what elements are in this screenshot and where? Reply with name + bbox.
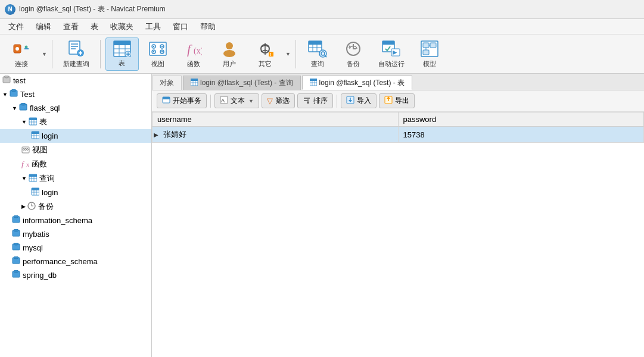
- sidebar-item-mybatis[interactable]: mybatis: [0, 227, 151, 241]
- view-folder-icon: [21, 145, 30, 155]
- begin-tx-button[interactable]: 开始事务: [157, 93, 207, 108]
- tab-query[interactable]: login @flask_sql (Test) - 查询: [183, 76, 301, 90]
- sidebar-item-backup[interactable]: ▶ 备份: [0, 199, 151, 214]
- svg-text:f: f: [187, 42, 192, 57]
- sidebar-label-mybatis: mybatis: [23, 230, 49, 239]
- cell-password[interactable]: 15738: [398, 127, 644, 143]
- menu-file[interactable]: 文件: [2, 20, 30, 33]
- table-button[interactable]: 表: [105, 37, 139, 71]
- sort-button[interactable]: 排序: [297, 93, 333, 108]
- content-area: 对象 login @flask_sql (Test) - 查询: [152, 74, 644, 357]
- svg-point-28: [161, 51, 163, 52]
- sidebar-label-biao: 表: [39, 117, 47, 127]
- sidebar: test ▼ Test ▼ flask_sql: [0, 74, 152, 357]
- tab-query-label: login @flask_sql (Test) - 查询: [200, 78, 293, 88]
- export-button[interactable]: 导出: [379, 93, 415, 108]
- menu-tools[interactable]: 工具: [139, 20, 167, 33]
- svg-point-66: [21, 103, 26, 105]
- query-button[interactable]: 查询: [301, 37, 334, 71]
- menu-help[interactable]: 帮助: [194, 20, 222, 33]
- sidebar-item-flask_sql[interactable]: ▼ flask_sql: [0, 101, 151, 115]
- connect-icon: [12, 40, 31, 58]
- sidebar-item-spring_db[interactable]: spring_db: [0, 268, 151, 282]
- sidebar-item-mysql[interactable]: mysql: [0, 241, 151, 255]
- view-label: 视图: [151, 60, 164, 68]
- query-expand-icon: ▼: [21, 176, 27, 181]
- tab-query-icon: [191, 79, 198, 87]
- sort-label: 排序: [313, 96, 328, 106]
- col-header-username[interactable]: username: [153, 112, 399, 127]
- import-button[interactable]: 导入: [341, 93, 377, 108]
- biao-expand-icon: ▼: [21, 119, 27, 125]
- other-button[interactable]: ! 其它: [248, 37, 282, 71]
- text-label: 文本: [231, 96, 245, 106]
- svg-point-97: [14, 243, 18, 245]
- svg-rect-87: [32, 188, 39, 190]
- backup-button[interactable]: 备份: [337, 37, 370, 71]
- svg-rect-58: [423, 50, 429, 55]
- svg-marker-119: [307, 102, 309, 104]
- sidebar-label-login-table: login: [42, 131, 58, 140]
- model-button[interactable]: 模型: [413, 37, 446, 71]
- sidebar-label-performance_schema: performance_schema: [23, 257, 98, 266]
- table-content: username password ▶ 张婧好 15738: [152, 112, 644, 357]
- sidebar-item-func[interactable]: f x 函数: [0, 157, 151, 171]
- table-row[interactable]: ▶ 张婧好 15738: [153, 127, 644, 143]
- sidebar-item-test[interactable]: test: [0, 74, 151, 87]
- new-query-label: 新建查询: [63, 60, 89, 68]
- sidebar-item-information_schema[interactable]: information_schema: [0, 214, 151, 227]
- col-header-password[interactable]: password: [398, 112, 644, 127]
- svg-rect-73: [32, 131, 39, 134]
- sidebar-item-view[interactable]: 视图: [0, 143, 151, 157]
- tab-object[interactable]: 对象: [152, 76, 182, 90]
- user-button[interactable]: 用户: [213, 37, 246, 71]
- menu-table[interactable]: 表: [85, 20, 104, 33]
- svg-rect-68: [29, 118, 37, 120]
- autorun-button[interactable]: ▶ 自动运行: [372, 37, 410, 71]
- text-button[interactable]: A 文本 ▼: [214, 93, 259, 108]
- import-icon: [346, 96, 354, 106]
- svg-rect-20: [150, 42, 166, 55]
- view-button[interactable]: 视图: [141, 37, 175, 71]
- other-dropdown[interactable]: ▼: [285, 51, 291, 57]
- begin-tx-label: 开始事务: [173, 96, 201, 106]
- tab-table-icon: [310, 79, 317, 87]
- function-button[interactable]: f (x) 函数: [177, 37, 210, 71]
- sidebar-item-query[interactable]: ▼ 查询: [0, 171, 151, 186]
- cell-username[interactable]: ▶ 张婧好: [153, 127, 399, 143]
- tbl-sep1: [210, 95, 211, 108]
- svg-point-31: [226, 42, 233, 49]
- new-query-button[interactable]: 新建查询: [57, 37, 95, 71]
- menu-window[interactable]: 窗口: [167, 20, 194, 33]
- table-toolbar: 开始事务 A 文本 ▼ ▽ 筛选: [152, 90, 644, 112]
- sidebar-label-func: 函数: [32, 159, 47, 170]
- sidebar-label-test: test: [13, 76, 26, 85]
- tab-table[interactable]: login @flask_sql (Test) - 表: [302, 76, 413, 90]
- connect-button[interactable]: 连接: [5, 37, 38, 71]
- sidebar-item-login-table[interactable]: login: [0, 129, 151, 143]
- filter-button[interactable]: ▽ 筛选: [262, 93, 295, 108]
- sidebar-item-Test[interactable]: ▼ Test: [0, 87, 151, 101]
- sidebar-item-performance_schema[interactable]: performance_schema: [0, 255, 151, 268]
- menu-view[interactable]: 查看: [57, 20, 85, 33]
- sidebar-item-biao[interactable]: ▼ 表: [0, 115, 151, 129]
- sidebar-item-login-query[interactable]: login: [0, 186, 151, 199]
- main-area: test ▼ Test ▼ flask_sql: [0, 74, 644, 357]
- other-label: 其它: [259, 60, 272, 68]
- connect-dropdown[interactable]: ▼: [42, 51, 47, 57]
- text-dropdown-arrow: ▼: [248, 98, 254, 104]
- svg-point-26: [153, 51, 154, 52]
- sidebar-label-spring_db: spring_db: [23, 271, 57, 280]
- user-icon: [220, 40, 239, 58]
- menu-favorites[interactable]: 收藏夹: [104, 20, 139, 33]
- table-icon: [113, 40, 132, 58]
- function-icon: f (x): [184, 40, 203, 58]
- svg-rect-12: [114, 41, 130, 45]
- func-paren: x: [26, 161, 30, 168]
- other-icon: !: [256, 40, 275, 58]
- sep1: [52, 40, 52, 68]
- svg-point-24: [161, 46, 163, 47]
- menu-edit[interactable]: 编辑: [30, 20, 57, 33]
- test-icon: [2, 76, 11, 86]
- cell-username-value: 张婧好: [163, 130, 186, 139]
